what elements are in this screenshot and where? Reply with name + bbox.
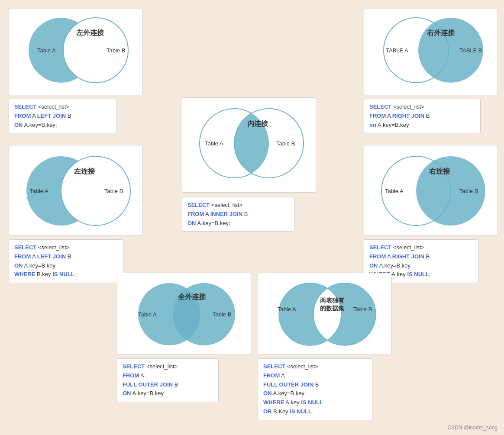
svg-text:Table B: Table B: [107, 47, 125, 54]
mid-right-diagram: Table A 右连接 Table B: [364, 145, 498, 236]
svg-text:TABLE B: TABLE B: [459, 47, 482, 54]
svg-text:Table B: Table B: [104, 188, 123, 194]
top-left-diagram: Table A 左外连接 Table B: [9, 9, 143, 95]
svg-text:的数据集: 的数据集: [320, 305, 345, 312]
top-left-code: SELECT <select_list> FROM A LEFT JOIN B …: [9, 99, 117, 133]
svg-text:Table A: Table A: [278, 306, 296, 313]
bottom-left-diagram: Table A 全外连接 Table B: [117, 273, 251, 355]
svg-text:右连接: 右连接: [429, 167, 450, 175]
top-right-diagram: TABLE A 右外连接 TABLE B: [364, 9, 498, 95]
svg-text:两表独有: 两表独有: [320, 297, 345, 304]
bottom-right-diagram: Table A 两表独有 的数据集 Table B: [258, 273, 392, 355]
center-diagram: Table A 内连接 Table B: [182, 97, 316, 193]
svg-text:Table A: Table A: [37, 47, 56, 54]
mid-left-diagram: Table A 左连接 Table B: [9, 145, 143, 236]
svg-text:Table B: Table B: [276, 140, 295, 147]
svg-text:左连接: 左连接: [74, 167, 95, 175]
bottom-right-code: SELECT <select_list> FROM A FULL OUTER J…: [258, 358, 372, 420]
svg-text:Table A: Table A: [138, 311, 157, 318]
svg-text:Table A: Table A: [205, 140, 223, 147]
svg-text:Table A: Table A: [30, 188, 48, 194]
bottom-left-code: SELECT <select_list> FROM A FULL OUTER J…: [117, 358, 219, 402]
svg-text:左外连接: 左外连接: [76, 29, 104, 36]
svg-text:Table B: Table B: [213, 311, 231, 318]
svg-text:Table B: Table B: [353, 306, 372, 313]
svg-text:全外连接: 全外连接: [178, 293, 206, 300]
svg-text:Table A: Table A: [385, 188, 404, 194]
top-right-code: SELECT <select_list> FROM A RIGHT JOIN B…: [364, 99, 481, 133]
center-code: SELECT <select_list> FROM A INNER JOIN B…: [182, 197, 294, 232]
watermark: CSDN @leader_song: [447, 425, 498, 431]
svg-text:Table B: Table B: [459, 188, 478, 194]
page-container: Table A 左外连接 Table B SELECT <select_list…: [0, 0, 504, 435]
svg-text:内连接: 内连接: [247, 119, 268, 127]
svg-text:TABLE A: TABLE A: [386, 47, 408, 54]
mid-left-code: SELECT <select_list> FROM A LEFT JOIN B …: [9, 239, 123, 283]
svg-text:右外连接: 右外连接: [426, 29, 455, 36]
